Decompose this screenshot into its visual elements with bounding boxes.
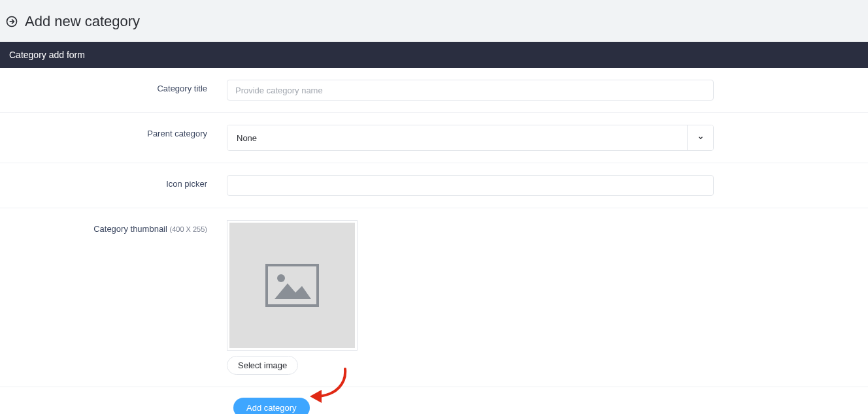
panel-title: Category add form: [0, 42, 868, 68]
annotation-arrow-icon: [307, 364, 353, 412]
form-row-parent-category: Parent category None: [0, 113, 868, 163]
category-title-label: Category title: [0, 80, 227, 93]
parent-category-select[interactable]: None: [227, 125, 714, 151]
add-category-button[interactable]: Add category: [233, 398, 310, 414]
thumbnail-label: Category thumbnail (400 X 255): [0, 220, 227, 234]
chevron-down-icon[interactable]: [687, 125, 713, 150]
svg-point-3: [277, 274, 285, 282]
form-row-category-title: Category title: [0, 68, 868, 113]
svg-rect-2: [267, 265, 318, 306]
form-row-thumbnail: Category thumbnail (400 X 255) Select im…: [0, 208, 868, 387]
icon-picker-input[interactable]: [227, 175, 714, 196]
thumbnail-preview: [227, 220, 358, 351]
svg-marker-5: [310, 390, 322, 403]
parent-category-selected: None: [227, 125, 687, 150]
form-row-icon-picker: Icon picker: [0, 163, 868, 208]
image-placeholder-icon: [229, 223, 355, 348]
select-image-button[interactable]: Select image: [227, 356, 298, 375]
svg-marker-4: [275, 283, 311, 299]
thumbnail-size-note: (400 X 255): [170, 225, 207, 233]
category-title-input[interactable]: [227, 80, 714, 101]
arrow-circle-right-icon: [5, 15, 18, 28]
page-title: Add new category: [25, 13, 140, 30]
form-submit-row: Add category: [0, 387, 868, 414]
icon-picker-label: Icon picker: [0, 175, 227, 189]
thumbnail-label-text: Category thumbnail: [93, 224, 167, 234]
parent-category-label: Parent category: [0, 125, 227, 138]
page-header: Add new category: [0, 0, 868, 42]
